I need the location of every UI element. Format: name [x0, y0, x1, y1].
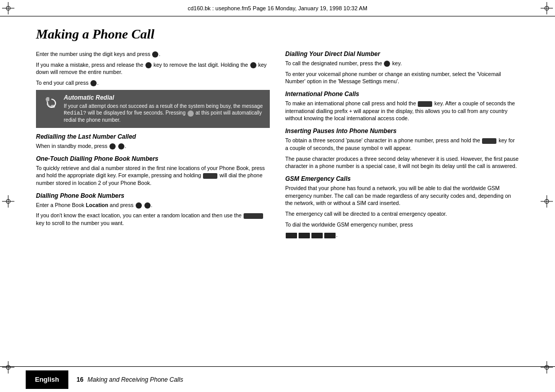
- intl-heading: International Phone Calls: [285, 90, 519, 98]
- gsm-button-group: [286, 233, 336, 238]
- btn-scroll: [244, 213, 263, 219]
- dialbook-heading: Dialling Phone Book Numbers: [36, 192, 270, 199]
- redial-text: If your call attempt does not succeed as…: [64, 103, 265, 124]
- onetouch-text: To quickly retrieve and dial a number st…: [36, 164, 270, 187]
- header-text: cd160.bk : usephone.fm5 Page 16 Monday, …: [188, 5, 367, 11]
- btn-intl: [418, 101, 432, 107]
- main-content: Making a Phone Call Enter the number usi…: [21, 16, 534, 366]
- crosshair-top-right: [541, 2, 553, 14]
- direct-heading: Dialling Your Direct Dial Number: [285, 50, 519, 58]
- intro-paragraph: Enter the number using the digit keys an…: [36, 50, 270, 58]
- intl-text: To make an international phone call pres…: [285, 100, 519, 122]
- btn-standby-2: [118, 143, 124, 150]
- page-title: Making a Phone Call: [36, 27, 519, 42]
- crosshair-mid-right: [541, 195, 553, 208]
- left-column: Enter the number using the digit keys an…: [36, 50, 270, 242]
- gsm-btn-1: [286, 233, 297, 238]
- gsm-text-1: Provided that your phone has found a net…: [285, 184, 519, 207]
- btn-dot-redial: [188, 110, 194, 117]
- dialbook-text-2: If you don't know the exact location, yo…: [36, 212, 270, 227]
- end-call-paragraph: To end your call press .: [36, 79, 270, 87]
- footer-bar: English 16 Making and Receiving Phone Ca…: [0, 366, 555, 392]
- gsm-btn-3: [311, 233, 323, 238]
- button-dot-2: [145, 62, 152, 68]
- crosshair-mid-left: [2, 195, 14, 208]
- direct-text-1: To call the designated number, press the…: [285, 60, 519, 67]
- footer-page-number: 16: [77, 376, 83, 383]
- button-dot-3: [250, 62, 256, 68]
- redial-heading: Automatic Redial: [64, 94, 265, 101]
- inserting-text-1: To obtain a three second 'pause' charact…: [285, 137, 519, 152]
- redial-code: Redial?: [64, 110, 86, 116]
- gsm-heading: GSM Emergency Calls: [285, 175, 519, 182]
- onetouch-heading: One-Touch Dialling Phone Book Numbers: [36, 155, 270, 162]
- footer-language-label: English: [35, 376, 59, 383]
- gsm-text-3: To dial the worldwide GSM emergency numb…: [285, 221, 519, 229]
- mistake-paragraph: If you make a mistake, press and release…: [36, 61, 270, 76]
- gsm-btn-2: [299, 233, 310, 238]
- redial-icon: [41, 94, 60, 113]
- inserting-text-2: The pause character produces a three sec…: [285, 155, 519, 170]
- two-column-layout: Enter the number using the digit keys an…: [36, 50, 519, 242]
- button-dot-1: [152, 51, 158, 58]
- button-dot-4: [90, 80, 97, 86]
- redial-content: Automatic Redial If your call attempt do…: [64, 94, 265, 124]
- footer-language-box: English: [26, 370, 68, 389]
- dialbook-text-1: Enter a Phone Book Location and press .: [36, 201, 270, 209]
- crosshair-top-left: [2, 2, 14, 14]
- redialling-heading: Redialling the Last Number Called: [36, 133, 270, 140]
- btn-pause: [482, 138, 496, 144]
- direct-text-2: To enter your voicemail phone number or …: [285, 70, 519, 85]
- inserting-heading: Inserting Pauses Into Phone Numbers: [285, 127, 519, 135]
- header-bar: cd160.bk : usephone.fm5 Page 16 Monday, …: [0, 0, 555, 16]
- gsm-btn-4: [324, 233, 336, 238]
- btn-dialbook-2: [144, 202, 151, 209]
- btn-direct-1: [384, 61, 390, 67]
- svg-rect-18: [41, 94, 60, 113]
- redial-box: Automatic Redial If your call attempt do…: [36, 90, 270, 128]
- btn-standby-1: [109, 143, 116, 150]
- btn-rect-2: [203, 173, 217, 179]
- gsm-buttons: .: [285, 231, 519, 239]
- page-container: cd160.bk : usephone.fm5 Page 16 Monday, …: [0, 0, 555, 392]
- right-column: Dialling Your Direct Dial Number To call…: [285, 50, 519, 242]
- btn-dialbook-1: [136, 202, 142, 209]
- gsm-text-2: The emergency call will be directed to a…: [285, 210, 519, 218]
- footer-subtitle: Making and Receiving Phone Calls: [87, 376, 183, 383]
- redialling-text: When in standby mode, press .: [36, 142, 270, 150]
